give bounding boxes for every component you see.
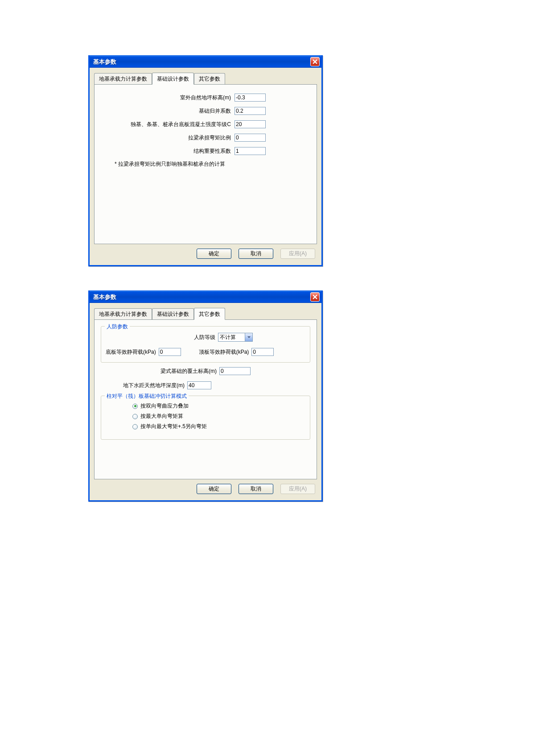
button-row: 确定 取消 应用(A) bbox=[94, 479, 317, 496]
tab-other-params[interactable]: 其它参数 bbox=[194, 73, 225, 84]
ok-button[interactable]: 确定 bbox=[197, 484, 231, 494]
radio-icon bbox=[132, 404, 138, 409]
titlebar: 基本参数 bbox=[90, 290, 321, 303]
tab-foundation-design[interactable]: 基础设计参数 bbox=[152, 308, 194, 319]
defense-level-label: 人防等级 bbox=[194, 334, 215, 341]
tab-strip: 地基承载力计算参数 基础设计参数 其它参数 bbox=[94, 307, 317, 319]
beam-foundation-cover-input[interactable] bbox=[219, 367, 251, 375]
tab-strip: 地基承载力计算参数 基础设计参数 其它参数 bbox=[94, 72, 317, 84]
tab-bearing-capacity[interactable]: 地基承载力计算参数 bbox=[94, 308, 152, 319]
chevron-down-icon bbox=[247, 336, 251, 338]
button-row: 确定 取消 应用(A) bbox=[94, 244, 317, 261]
dialog-body: 地基承载力计算参数 基础设计参数 其它参数 人防参数 人防等级 不计算 bbox=[90, 303, 321, 500]
tab-panel: 人防参数 人防等级 不计算 底板等效静荷载(kPa) bbox=[94, 319, 317, 479]
titlebar: 基本参数 bbox=[90, 55, 321, 68]
tie-beam-moment-ratio-label: 拉梁承担弯矩比例 bbox=[188, 134, 235, 142]
radio-option-2[interactable]: 按单向最大弯矩+.5另向弯矩 bbox=[132, 423, 305, 430]
tab-other-params[interactable]: 其它参数 bbox=[194, 308, 225, 320]
outdoor-ground-elevation-input[interactable] bbox=[235, 94, 266, 102]
apply-button: 应用(A) bbox=[280, 484, 315, 494]
radio-icon bbox=[132, 424, 138, 429]
ok-button[interactable]: 确定 bbox=[197, 249, 231, 259]
note-text: * 拉梁承担弯矩比例只影响独基和桩承台的计算 bbox=[101, 160, 266, 168]
close-icon bbox=[313, 59, 317, 64]
close-button[interactable] bbox=[310, 292, 320, 302]
tie-beam-moment-ratio-input[interactable] bbox=[235, 134, 266, 142]
foundation-merge-coef-input[interactable] bbox=[235, 107, 266, 115]
radio-option-0[interactable]: 按双向弯曲应力叠加 bbox=[132, 402, 305, 410]
radio-option-1[interactable]: 按最大单向弯矩算 bbox=[132, 413, 305, 420]
outdoor-ground-elevation-label: 室外自然地坪标高(m) bbox=[180, 94, 235, 102]
concrete-grade-input[interactable] bbox=[235, 120, 266, 128]
tab-foundation-design[interactable]: 基础设计参数 bbox=[152, 73, 194, 85]
defense-level-select[interactable]: 不计算 bbox=[218, 333, 253, 342]
cancel-button[interactable]: 取消 bbox=[239, 484, 273, 494]
groundwater-depth-label: 地下水距天然地坪深度(m) bbox=[123, 382, 185, 389]
beam-foundation-cover-label: 梁式基础的覆土标高(m) bbox=[160, 368, 217, 375]
basic-params-dialog-1: 基本参数 地基承载力计算参数 基础设计参数 其它参数 室外自然地坪标高(m) 基… bbox=[88, 55, 323, 266]
basic-params-dialog-2: 基本参数 地基承载力计算参数 基础设计参数 其它参数 人防参数 人防等级 不计算 bbox=[88, 290, 323, 502]
close-button[interactable] bbox=[310, 57, 320, 66]
dropdown-button[interactable] bbox=[245, 333, 252, 341]
bottom-slab-load-input[interactable] bbox=[159, 348, 181, 356]
civil-defense-group-title: 人防参数 bbox=[105, 323, 130, 331]
punching-shear-group: 柱对平（筏）板基础冲切计算模式 按双向弯曲应力叠加 按最大单向弯矩算 按单向最大… bbox=[101, 396, 310, 440]
tab-bearing-capacity[interactable]: 地基承载力计算参数 bbox=[94, 73, 152, 84]
defense-level-value: 不计算 bbox=[220, 334, 236, 341]
punching-shear-group-title: 柱对平（筏）板基础冲切计算模式 bbox=[105, 392, 189, 400]
close-icon bbox=[313, 294, 317, 299]
dialog-title: 基本参数 bbox=[93, 293, 116, 301]
structure-importance-label: 结构重要性系数 bbox=[193, 147, 235, 155]
radio-label-1: 按最大单向弯矩算 bbox=[140, 413, 183, 420]
groundwater-depth-input[interactable] bbox=[187, 381, 211, 389]
cancel-button[interactable]: 取消 bbox=[239, 249, 273, 259]
top-slab-load-input[interactable] bbox=[251, 348, 274, 356]
radio-label-0: 按双向弯曲应力叠加 bbox=[140, 402, 189, 410]
dialog-body: 地基承载力计算参数 基础设计参数 其它参数 室外自然地坪标高(m) 基础归并系数… bbox=[90, 68, 321, 265]
concrete-grade-label: 独基、条基、桩承台底板混凝土强度等级C bbox=[131, 121, 235, 128]
apply-button: 应用(A) bbox=[280, 249, 315, 259]
radio-icon bbox=[132, 414, 138, 419]
tab-panel: 室外自然地坪标高(m) 基础归并系数 独基、条基、桩承台底板混凝土强度等级C 拉… bbox=[94, 84, 317, 244]
civil-defense-group: 人防参数 人防等级 不计算 底板等效静荷载(kPa) bbox=[101, 326, 310, 363]
bottom-slab-load-label: 底板等效静荷载(kPa) bbox=[106, 348, 156, 356]
top-slab-load-label: 顶板等效静荷载(kPa) bbox=[199, 348, 249, 356]
structure-importance-input[interactable] bbox=[235, 147, 266, 155]
dialog-title: 基本参数 bbox=[93, 58, 116, 66]
radio-label-2: 按单向最大弯矩+.5另向弯矩 bbox=[140, 423, 207, 430]
foundation-merge-coef-label: 基础归并系数 bbox=[199, 107, 235, 115]
